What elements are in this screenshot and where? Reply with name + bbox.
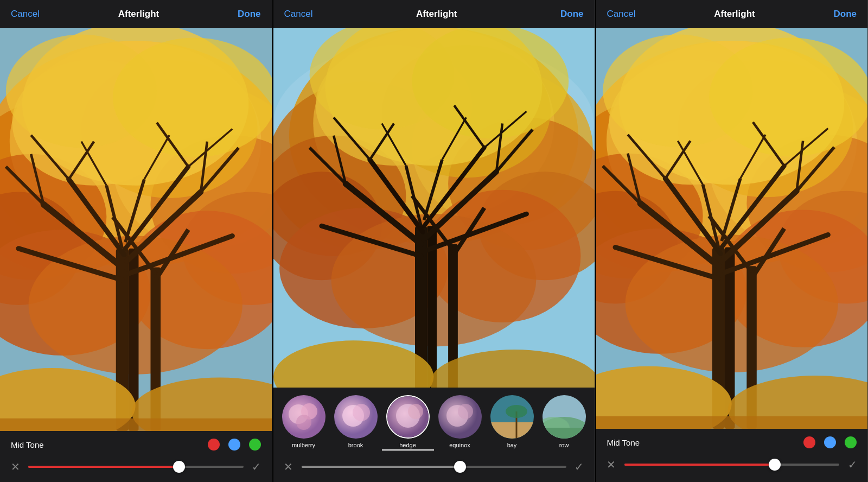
left-top-bar: Cancel Afterlight Done <box>0 0 272 28</box>
right-slider-thumb[interactable] <box>769 459 781 471</box>
filter-item-brook[interactable]: brook <box>330 393 382 451</box>
left-slider-track[interactable] <box>28 466 244 468</box>
filter-label-row: row <box>559 442 569 448</box>
left-image-area <box>0 28 272 431</box>
filter-thumb-mulberry <box>282 395 326 439</box>
right-cancel-icon[interactable]: ✕ <box>605 458 618 471</box>
left-bottom-controls: Mid Tone ✕ ✓ <box>0 431 272 482</box>
right-image-area <box>596 28 868 429</box>
left-app-title: Afterlight <box>118 9 159 20</box>
right-app-title: Afterlight <box>714 9 755 20</box>
center-top-bar: Cancel Afterlight Done <box>273 0 595 28</box>
center-image-area <box>273 28 595 388</box>
center-cancel-button[interactable]: Cancel <box>284 9 313 20</box>
filter-label-brook: brook <box>348 442 363 448</box>
svg-rect-45 <box>0 28 272 431</box>
filter-thumb-equinox <box>438 395 482 439</box>
filter-thumb-bay <box>490 395 534 439</box>
left-panel: Cancel Afterlight Done <box>0 0 272 482</box>
left-midtone-row: Mid Tone <box>0 431 272 456</box>
filter-thumb-brook <box>334 395 378 439</box>
left-cancel-button[interactable]: Cancel <box>11 9 40 20</box>
filter-item-row[interactable]: row <box>538 393 590 451</box>
left-confirm-icon[interactable]: ✓ <box>250 460 263 473</box>
filter-item-bay[interactable]: bay <box>486 393 538 451</box>
filter-label-equinox: equinox <box>449 442 470 448</box>
svg-point-102 <box>458 404 473 419</box>
svg-point-93 <box>296 415 311 430</box>
left-blue-dot[interactable] <box>228 439 240 451</box>
filter-label-mulberry: mulberry <box>292 442 315 448</box>
svg-point-106 <box>506 405 527 418</box>
right-slider-row: ✕ ✓ <box>596 454 868 480</box>
right-green-dot[interactable] <box>845 436 857 448</box>
svg-rect-104 <box>490 422 534 439</box>
right-panel: Cancel Afterlight Done <box>596 0 869 482</box>
filter-item-mulberry[interactable]: mulberry <box>278 393 330 451</box>
center-slider-fill <box>302 466 461 468</box>
filter-strip: mulberry <box>273 388 595 456</box>
right-slider-fill <box>624 464 775 466</box>
svg-point-99 <box>408 404 423 419</box>
center-confirm-icon[interactable]: ✓ <box>573 460 586 473</box>
center-app-title: Afterlight <box>416 9 457 20</box>
right-midtone-label: Mid Tone <box>607 438 795 447</box>
center-cancel-icon[interactable]: ✕ <box>282 460 295 473</box>
filter-label-hedge: hedge <box>399 442 416 448</box>
right-blue-dot[interactable] <box>824 436 836 448</box>
right-done-button[interactable]: Done <box>834 9 857 20</box>
left-midtone-label: Mid Tone <box>11 440 199 449</box>
right-cancel-button[interactable]: Cancel <box>607 9 636 20</box>
left-cancel-icon[interactable]: ✕ <box>9 460 22 473</box>
right-top-bar: Cancel Afterlight Done <box>596 0 868 28</box>
filter-item-equinox[interactable]: equinox <box>434 393 486 451</box>
filter-thumb-hedge <box>386 395 430 439</box>
left-slider-row: ✕ ✓ <box>0 456 272 482</box>
filter-item-hedge[interactable]: hedge <box>382 393 434 451</box>
center-panel: Cancel Afterlight Done <box>273 0 595 482</box>
svg-rect-156 <box>596 28 868 429</box>
filter-label-bay: bay <box>507 442 517 448</box>
center-slider-row: ✕ ✓ <box>273 456 595 482</box>
svg-point-60 <box>412 28 569 138</box>
right-midtone-row: Mid Tone <box>596 429 868 454</box>
center-slider-thumb[interactable] <box>454 461 466 473</box>
right-red-dot[interactable] <box>803 436 815 448</box>
center-bottom-controls: mulberry <box>273 388 595 482</box>
left-slider-thumb[interactable] <box>173 461 185 473</box>
right-confirm-icon[interactable]: ✓ <box>846 458 859 471</box>
right-slider-track[interactable] <box>624 464 840 466</box>
svg-rect-110 <box>542 428 586 439</box>
center-slider-track[interactable] <box>302 466 566 468</box>
left-done-button[interactable]: Done <box>238 9 261 20</box>
right-bottom-controls: Mid Tone ✕ ✓ <box>596 429 868 482</box>
left-slider-fill <box>28 466 179 468</box>
svg-point-96 <box>353 404 370 421</box>
center-done-button[interactable]: Done <box>560 9 584 20</box>
left-red-dot[interactable] <box>208 439 220 451</box>
left-green-dot[interactable] <box>249 439 261 451</box>
filter-thumb-row <box>542 395 586 439</box>
